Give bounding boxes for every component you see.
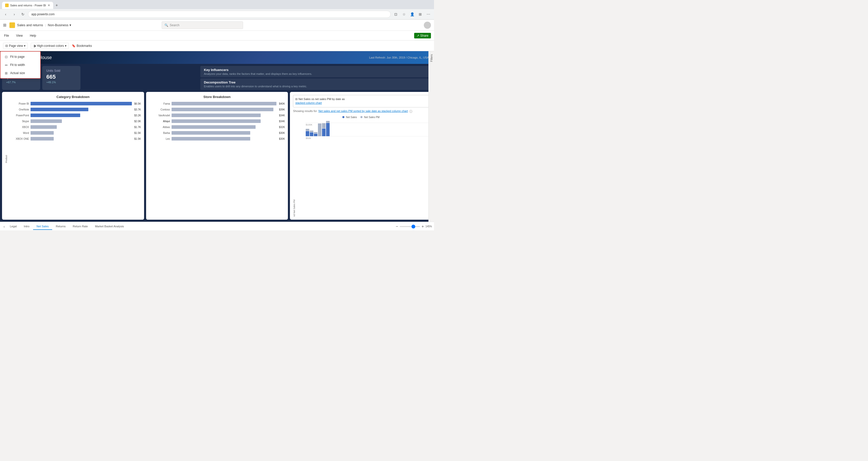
kpi-units-sold-value: 665 [46,73,76,80]
bar-container-leo [172,137,276,141]
fit-to-width-icon: ⇔ [4,63,8,67]
actual-size-icon: ⊞ [4,71,8,75]
table-row: Leo $30K [154,136,285,141]
new-tab-button[interactable]: + [53,2,60,9]
bar-fill-barba [172,131,250,135]
tab-returns[interactable]: Returns [52,223,69,230]
actual-size-label: Actual size [10,71,25,75]
table-row: Aliqui $34K [154,119,285,123]
user-avatar[interactable] [424,22,431,29]
bar-fill-aliqui [172,119,261,123]
zoom-plus-button[interactable]: + [422,224,424,229]
fit-to-page-option[interactable]: ⊡ Fit to page [1,53,40,61]
menu-file[interactable]: File [3,34,10,37]
tab-close-button[interactable]: ✕ [48,4,50,7]
tab-intro[interactable]: Intro [20,223,33,230]
extensions-icon[interactable]: ⊞ [417,11,424,18]
address-input[interactable] [28,11,391,18]
ai-bar-pm-6 [326,121,330,123]
bar-value-xboxone: $1.5K [134,137,141,140]
reload-button[interactable]: ↻ [19,11,27,18]
bar-container-fama [172,102,276,105]
search-box[interactable]: 🔍 Search [162,21,243,29]
ai-query-box: ⊟ Net Sales vs net sales PM by date as s… [293,95,429,107]
bookmarks-button[interactable]: 🔖 Bookmarks [72,44,92,48]
browser-tab-bar: Sales and returns - Power BI ✕ + [0,0,434,9]
bar-fill-xbox [31,125,57,129]
app-grid-icon[interactable]: ⊞ [3,23,6,28]
ai-chart-legend: Net Sales Net Sales PM [293,116,429,119]
legend-net-sales-pm-label: Net Sales PM [364,116,379,119]
bar-value-contoso: $39K [279,108,285,111]
zoom-minus-button[interactable]: − [396,224,398,229]
app-name: Sales and returns [17,23,43,27]
bar-label-contoso: Contoso [154,108,170,111]
kpi-info-decomposition-tree[interactable]: Decomposition Tree Enables users to dril… [200,79,432,90]
profile-icon[interactable]: 👤 [408,11,416,18]
kpi-units-sold-change: +49.1% [46,81,76,84]
bar-label-vanarsdel: VanArsdel [154,114,170,117]
table-row: VanArsdel $34K [154,113,285,118]
workspace-chevron-icon: ▾ [69,23,71,27]
nav-separator: | [45,24,46,27]
tab-return-rate[interactable]: Return Rate [69,223,91,230]
ai-bar-col-1 [306,121,309,136]
actual-size-option[interactable]: ⊞ Actual size [1,69,40,77]
table-row: Abbas $32K [154,125,285,129]
tab-market-basket[interactable]: Market Basket Analysis [91,223,127,230]
ai-showing-value[interactable]: Net sales and net sales PM sorted by sal… [318,110,408,114]
page-view-label: Page view [9,44,23,48]
menu-view[interactable]: View [15,34,24,37]
report-content: Net Sales $34.0K +67.7% Units Sold 665 +… [0,64,434,222]
bar-label-word: Word [13,132,29,134]
category-breakdown-chart: Category Breakdown Product Power BI $6.5… [2,92,144,220]
bar-fill-contoso [172,108,273,111]
bar-container-xboxone [31,137,132,141]
ai-showing-label: Showing results for [293,110,317,114]
bar-container-vanarsdel [172,114,276,117]
bar-label-skype: Skype [13,120,29,123]
tab-net-sales[interactable]: Net Sales [33,223,53,230]
ai-bar-pm-4 [318,123,321,136]
bar-container-skype [31,119,132,123]
table-row: XBOX ONE $1.5K [13,136,141,141]
ai-query-link[interactable]: stacked column chart [295,101,322,104]
tab-nav-left[interactable]: ‹ [2,224,6,228]
legend-net-sales-pm: Net Sales PM [361,116,379,119]
browser-address-bar: ‹ › ↻ ⊡ ☆ 👤 ⊞ ⋯ [0,9,434,19]
kpi-spacer [83,66,198,90]
cast-icon[interactable]: ⊡ [392,11,399,18]
forward-button[interactable]: › [11,11,18,18]
settings-icon[interactable]: ⋯ [425,11,432,18]
ai-bar-col-4 [318,121,321,136]
store-chart-title: Store Breakdown [149,95,285,99]
table-row: Barba $30K [154,131,285,135]
zoom-slider[interactable] [400,226,420,227]
zoom-level: 145% [425,225,432,228]
page-view-button[interactable]: ⊟ Page view ▾ [3,43,28,49]
bar-label-powerbi: Power BI [13,102,29,105]
bar-container-aliqui [172,119,276,123]
legend-net-sales: Net Sales [342,116,357,119]
bar-fill-powerbi [31,102,132,105]
legend-net-sales-label: Net Sales [346,116,357,119]
share-button[interactable]: ↗ Share [414,33,431,38]
kpi-info-key-influencers[interactable]: Key Influencers Analyzes your data, rank… [200,66,432,78]
tab-legal[interactable]: Legal [6,223,20,230]
bar-container-xbox [31,125,132,129]
tab-title: Sales and returns - Power BI [10,4,46,7]
bookmark-star-icon[interactable]: ☆ [400,11,407,18]
menu-help[interactable]: Help [29,34,37,37]
filters-panel[interactable]: Filters [428,51,434,222]
high-contrast-button[interactable]: ◑ High-contrast colors ▾ [31,43,69,49]
bar-value-vanarsdel: $34K [279,114,285,117]
fit-to-width-option[interactable]: ⇔ Fit to width [1,61,40,69]
workspace-selector[interactable]: Non-Business ▾ [48,23,71,27]
high-contrast-label: High-contrast colors [37,44,64,48]
back-button[interactable]: ‹ [2,11,9,18]
report-area: soft | Alpine Ski House Last Refresh: Ju… [0,51,434,222]
browser-tab[interactable]: Sales and returns - Power BI ✕ [2,2,53,9]
search-placeholder: Search [170,23,180,27]
bar-fill-abbas [172,125,255,129]
browser-chrome: Sales and returns - Power BI ✕ + ‹ › ↻ ⊡… [0,0,434,20]
